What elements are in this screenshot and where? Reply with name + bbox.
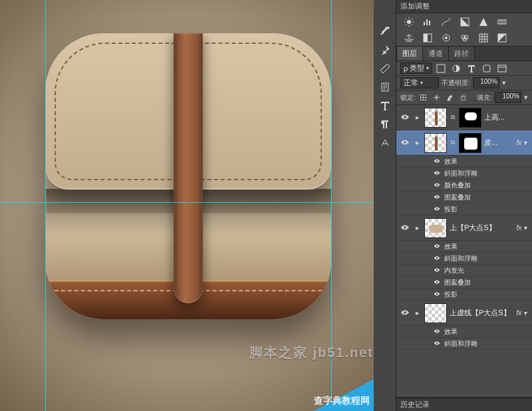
effect-item[interactable]: 斜面和浮雕 [396,338,532,350]
type-icon[interactable] [378,98,392,113]
effects-heading[interactable]: 效果 [396,326,532,338]
tab-layers[interactable]: 图层 [396,46,423,61]
watermark-text: 查字典教程网 [314,395,370,407]
curves-icon[interactable] [440,16,452,28]
svg-rect-16 [483,65,490,72]
visibility-eye-icon[interactable] [434,328,442,336]
bw-icon[interactable] [422,32,434,44]
lock-brush-icon[interactable] [445,92,456,103]
effect-item[interactable]: 投影 [396,289,532,301]
filter-kind-select[interactable]: ρ 类型 ▾ [400,63,432,74]
pin-icon[interactable] [378,43,392,57]
visibility-eye-icon[interactable] [434,340,442,348]
panels-column: 添加调整 图层 通道 路径 ρ 类型 ▾ 正常▾ 不透明度: 100% ▾ [396,0,532,411]
collapsed-panel-strip [374,0,396,411]
glyph-icon[interactable] [378,136,392,150]
blend-row: 正常▾ 不透明度: 100% ▾ [396,76,532,90]
visibility-eye-icon[interactable] [434,170,442,178]
layer-name[interactable]: 皮... [484,138,513,148]
layer-thumbnail[interactable] [424,218,447,238]
visibility-eye-icon[interactable] [399,112,411,123]
fx-badge[interactable]: fx ▾ [516,309,529,317]
layer-row[interactable]: ▸⧉皮...fx ▾ [396,130,532,156]
ruler-icon[interactable] [378,61,392,76]
disclosure-triangle[interactable]: ▸ [414,223,422,232]
note-icon[interactable] [378,80,392,94]
visibility-eye-icon[interactable] [434,267,442,275]
layer-name[interactable]: 上【P大点S】 [450,223,513,233]
photo-filter-icon[interactable] [440,32,452,44]
layer-row[interactable]: ▸上【P大点S】fx ▾ [396,215,532,241]
layer-list[interactable]: ▸⧉上高...▸⧉皮...fx ▾效果斜面和浮雕颜色叠加图案叠加投影▸上【P大点… [396,105,532,397]
layer-thumbnail[interactable] [424,133,447,153]
lock-pixels-icon[interactable] [418,92,429,103]
svg-rect-19 [462,97,466,100]
disclosure-triangle[interactable]: ▸ [414,309,422,317]
tab-paths[interactable]: 路径 [448,46,475,61]
visibility-eye-icon[interactable] [434,279,442,287]
invert-icon[interactable] [496,32,508,44]
adjustments-title: 添加调整 [400,1,430,11]
pixel-filter-icon[interactable] [435,63,447,74]
visibility-eye-icon[interactable] [399,308,411,319]
visibility-eye-icon[interactable] [434,255,442,263]
svg-point-6 [445,37,448,39]
exposure-icon[interactable] [459,16,471,28]
vibrance-icon[interactable] [477,16,489,28]
lookup-icon[interactable] [477,32,489,44]
paragraph-icon[interactable] [378,117,392,132]
lock-all-icon[interactable] [458,92,469,103]
visibility-eye-icon[interactable] [434,291,442,299]
layer-name[interactable]: 上虚线【P大点S】 [450,308,513,318]
visibility-eye-icon[interactable] [434,182,442,190]
layer-name[interactable]: 上高... [484,112,529,122]
tab-channels[interactable]: 通道 [422,46,449,61]
disclosure-triangle[interactable]: ▸ [414,138,422,147]
effect-item[interactable]: 斜面和浮雕 [396,168,532,180]
layer-thumbnail[interactable] [424,108,447,128]
blend-mode-select[interactable]: 正常▾ [400,77,439,88]
visibility-eye-icon[interactable] [399,223,411,233]
balance-icon[interactable] [403,32,415,44]
levels-icon[interactable] [422,16,434,28]
layer-row[interactable]: ▸上虚线【P大点S】fx ▾ [396,301,532,326]
effect-item[interactable]: 斜面和浮雕 [396,253,532,265]
lock-label: 锁定: [400,93,416,102]
link-icon[interactable]: ⧉ [450,114,456,121]
visibility-eye-icon[interactable] [434,158,442,166]
guide-horizontal[interactable] [0,202,374,203]
effect-item[interactable]: 图案叠加 [396,192,532,204]
smart-filter-icon[interactable] [496,63,508,74]
brightness-icon[interactable] [403,16,415,28]
shape-filter-icon[interactable] [481,63,493,74]
effect-item[interactable]: 投影 [396,204,532,215]
channel-mixer-icon[interactable] [459,32,471,44]
layer-row[interactable]: ▸⧉上高... [396,105,532,130]
effect-item[interactable]: 颜色叠加 [396,180,532,192]
svg-rect-14 [437,65,445,72]
visibility-eye-icon[interactable] [399,138,411,148]
visibility-eye-icon[interactable] [434,194,442,202]
link-icon[interactable]: ⧉ [450,139,456,146]
document-canvas[interactable]: 脚本之家 jb51.net 查字典教程网 [0,0,374,411]
layer-thumbnail[interactable] [424,303,447,323]
dropper-icon[interactable] [378,24,392,39]
opacity-field[interactable]: 100% [473,77,499,88]
fill-field[interactable]: 100% [495,92,521,103]
opacity-label: 不透明度: [442,78,470,88]
adjustment-filter-icon[interactable] [450,63,462,74]
guide-vertical[interactable] [45,0,46,411]
visibility-eye-icon[interactable] [434,206,442,213]
visibility-eye-icon[interactable] [434,243,442,251]
effects-heading[interactable]: 效果 [396,156,532,168]
fx-badge[interactable]: fx ▾ [516,139,529,146]
hue-icon[interactable] [496,16,508,28]
disclosure-triangle[interactable]: ▸ [414,113,422,122]
effects-heading[interactable]: 效果 [396,241,532,253]
effect-item[interactable]: 图案叠加 [396,277,532,289]
history-panel-tab[interactable]: 历史记录 [396,398,532,411]
fx-badge[interactable]: fx ▾ [516,224,529,231]
effect-item[interactable]: 内发光 [396,265,532,277]
lock-position-icon[interactable] [432,92,442,103]
type-filter-icon[interactable] [466,63,477,74]
